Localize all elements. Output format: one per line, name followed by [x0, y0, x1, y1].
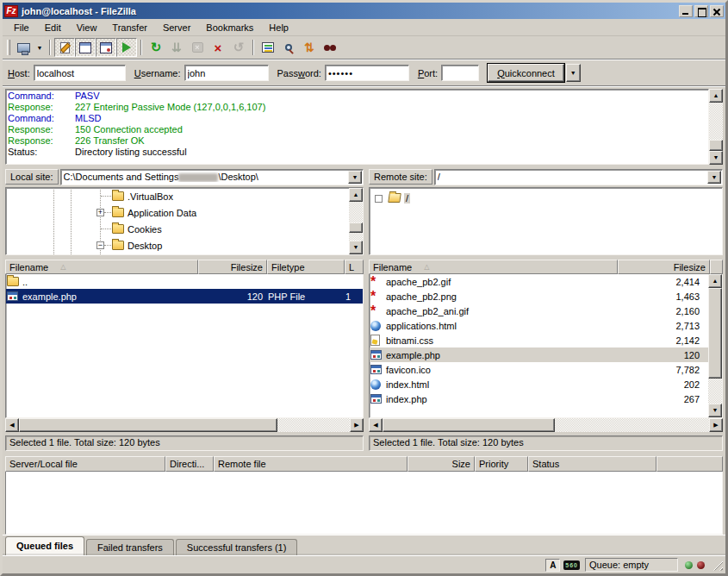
column-filetype[interactable]: Filetype	[267, 260, 345, 274]
title-bar[interactable]: Fz john@localhost - FileZilla	[3, 3, 725, 19]
remote-site-combo[interactable]: / ▼	[434, 169, 723, 185]
file-row[interactable]: applications.html 2,713	[370, 318, 708, 333]
scrollbar-thumb[interactable]	[349, 222, 363, 233]
file-row[interactable]: * apache_pb2.png 1,463	[370, 289, 708, 304]
combo-dropdown-button[interactable]: ▼	[707, 171, 721, 184]
scrollbar-track[interactable]	[555, 418, 709, 432]
file-row[interactable]: * apache_pb2_ani.gif 2,160	[370, 304, 708, 318]
scroll-right-button[interactable]: ▶	[350, 418, 364, 432]
local-tree-toggle-button[interactable]	[75, 38, 96, 57]
speed-limit-icon[interactable]: 560	[563, 560, 580, 570]
process-queue-button[interactable]: ⇊	[166, 38, 187, 57]
port-input[interactable]	[441, 65, 479, 81]
maximize-button[interactable]	[694, 5, 708, 17]
local-tree-view[interactable]: .VirtualBox + Application Data Cookies	[6, 188, 349, 254]
combo-dropdown-button[interactable]: ▼	[348, 171, 362, 184]
host-input[interactable]	[34, 65, 126, 81]
menu-transfer[interactable]: Transfer	[104, 21, 155, 34]
local-tree-scrollbar[interactable]: ▲ ▼	[349, 188, 363, 254]
resize-grip[interactable]	[712, 560, 723, 571]
remote-file-list[interactable]: * apache_pb2.gif 2,414 * apache_pb2.png …	[369, 274, 723, 418]
log-scrollbar[interactable]: ▲ ▼	[709, 89, 723, 165]
tree-item[interactable]: Cookies	[6, 221, 349, 237]
column-filesize[interactable]: Filesize	[618, 260, 710, 274]
tree-item[interactable]: + Application Data	[6, 204, 349, 221]
scroll-up-button[interactable]: ▲	[708, 274, 722, 288]
menu-server[interactable]: Server	[155, 21, 198, 34]
cancel-transfer-button[interactable]: ×	[187, 38, 208, 57]
scroll-left-button[interactable]: ◀	[5, 418, 19, 432]
file-row[interactable]: bitnami.css 2,142	[370, 333, 708, 347]
site-manager-button[interactable]	[13, 38, 34, 57]
scrollbar-thumb[interactable]	[708, 288, 722, 379]
scrollbar-track[interactable]	[277, 418, 350, 432]
column-size[interactable]: Size	[408, 456, 475, 472]
local-list-hscrollbar[interactable]: ◀ ▶	[5, 418, 364, 432]
column-filename[interactable]: Filename△	[5, 260, 198, 274]
refresh-button[interactable]: ↻	[146, 38, 166, 57]
scrollbar-thumb[interactable]	[19, 418, 277, 432]
file-row[interactable]: index.html 202	[370, 377, 708, 391]
tree-item[interactable]: − Desktop	[6, 237, 349, 254]
column-status[interactable]: Status	[528, 456, 656, 472]
column-filename[interactable]: Filename△	[369, 260, 618, 274]
queue-list[interactable]	[5, 472, 723, 535]
scrollbar-track[interactable]	[708, 379, 722, 404]
synchronized-browsing-button[interactable]: ⇅	[299, 38, 320, 57]
scroll-right-button[interactable]: ▶	[709, 418, 723, 432]
minimize-button[interactable]	[679, 5, 693, 17]
file-row[interactable]: favicon.ico 7,782	[370, 362, 708, 377]
password-input[interactable]	[325, 65, 409, 81]
quickconnect-dropdown[interactable]: ▼	[566, 64, 581, 82]
column-remote-file[interactable]: Remote file	[214, 456, 408, 472]
tab-queued-files[interactable]: Queued files	[5, 536, 84, 555]
file-row[interactable]: index.php 267	[370, 391, 708, 406]
remote-tree-toggle-button[interactable]	[96, 38, 116, 57]
scroll-left-button[interactable]: ◀	[369, 418, 383, 432]
collapse-icon[interactable]: −	[96, 241, 104, 249]
tree-item-root[interactable]: /	[370, 190, 722, 206]
scrollbar-track[interactable]	[349, 202, 363, 222]
remote-list-scrollbar[interactable]: ▲ ▼	[708, 274, 722, 417]
message-log-toggle-button[interactable]	[54, 38, 75, 57]
menu-bookmarks[interactable]: Bookmarks	[198, 21, 261, 34]
scroll-up-button[interactable]: ▲	[349, 188, 363, 202]
quickconnect-button[interactable]: Quickconnect	[488, 64, 564, 82]
file-row-parent[interactable]: ..	[6, 274, 363, 289]
tab-successful-transfers[interactable]: Successful transfers (1)	[176, 539, 298, 555]
file-row-selected[interactable]: example.php 120	[370, 347, 708, 362]
expand-icon[interactable]: +	[96, 209, 104, 216]
scrollbar-track[interactable]	[709, 103, 723, 140]
find-files-button[interactable]	[320, 38, 340, 57]
local-site-combo[interactable]: C:\Documents and Settings\Desktop\ ▼	[60, 169, 364, 185]
disconnect-button[interactable]: ×	[208, 38, 228, 57]
remote-tree-view[interactable]: /	[370, 188, 722, 254]
expand-icon[interactable]	[375, 195, 383, 203]
tab-failed-transfers[interactable]: Failed transfers	[86, 539, 174, 555]
scroll-down-button[interactable]: ▼	[709, 151, 723, 165]
reconnect-button[interactable]: ↺	[228, 38, 249, 57]
file-row-selected[interactable]: example.php 120 PHP File 1	[6, 289, 363, 304]
close-button[interactable]	[710, 5, 724, 17]
directory-filter-button[interactable]	[258, 38, 278, 57]
directory-comparison-button[interactable]	[278, 38, 299, 57]
tree-item[interactable]: .VirtualBox	[6, 188, 349, 204]
site-manager-dropdown[interactable]: ▼	[34, 38, 46, 57]
scroll-down-button[interactable]: ▼	[708, 404, 722, 417]
toolbar-grip[interactable]	[7, 40, 10, 55]
queue-toggle-button[interactable]	[116, 38, 137, 57]
file-row[interactable]: * apache_pb2.gif 2,414	[370, 274, 708, 289]
menu-file[interactable]: File	[6, 21, 37, 34]
column-direction[interactable]: Directi...	[165, 456, 214, 472]
menu-help[interactable]: Help	[261, 21, 296, 34]
menu-view[interactable]: View	[69, 21, 105, 34]
data-type-icon[interactable]: A	[545, 559, 560, 572]
local-file-list[interactable]: .. example.php 120 PHP File 1	[5, 274, 364, 418]
remote-list-hscrollbar[interactable]: ◀ ▶	[369, 418, 723, 432]
column-server-local-file[interactable]: Server/Local file	[5, 456, 165, 472]
scrollbar-thumb[interactable]	[383, 418, 555, 432]
message-log-content[interactable]: Command:PASV Response:227 Entering Passi…	[5, 89, 709, 165]
scrollbar-thumb[interactable]	[709, 140, 723, 151]
scroll-down-button[interactable]: ▼	[349, 241, 363, 254]
menu-edit[interactable]: Edit	[37, 21, 69, 34]
